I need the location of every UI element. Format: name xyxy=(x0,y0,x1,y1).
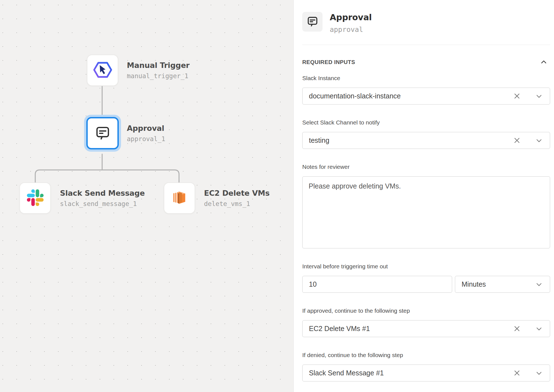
node-id: approval_1 xyxy=(127,135,165,142)
section-collapse-button[interactable] xyxy=(540,58,548,66)
manual-trigger-node-box[interactable] xyxy=(87,55,118,86)
approval-node-box[interactable] xyxy=(86,117,119,149)
ec2-cube-icon xyxy=(171,189,188,207)
approved-step-select[interactable]: EC2 Delete VMs #1 xyxy=(302,320,550,337)
node-title: Slack Send Message xyxy=(60,189,145,197)
node-id: delete_vms_1 xyxy=(204,200,270,207)
chevron-down-icon[interactable] xyxy=(534,91,544,101)
panel-header: Approval approval xyxy=(302,0,550,45)
chevron-up-icon xyxy=(540,58,547,66)
slack-instance-value: documentation-slack-instance xyxy=(309,92,512,100)
node-title: Approval xyxy=(127,124,165,133)
workflow-canvas[interactable]: Manual Trigger manual_trigger_1 Approval… xyxy=(0,0,293,392)
approved-step-value: EC2 Delete VMs #1 xyxy=(309,325,512,333)
node-slack-send-message[interactable]: Slack Send Message slack_send_message_1 xyxy=(19,182,145,214)
ec2-node-box[interactable] xyxy=(164,182,195,214)
approval-chat-bubble-icon xyxy=(95,125,110,142)
denied-step-value: Slack Send Message #1 xyxy=(309,369,512,377)
slack-instance-select[interactable]: documentation-slack-instance xyxy=(302,88,550,105)
panel-title: Approval xyxy=(330,12,372,22)
approval-chat-bubble-icon xyxy=(307,16,318,28)
denied-step-label: If denied, continue to the following ste… xyxy=(302,352,550,358)
panel-header-icon-box xyxy=(302,12,323,32)
selected-node-halo xyxy=(84,115,121,152)
chevron-down-icon[interactable] xyxy=(534,280,544,289)
step-config-panel: Approval approval REQUIRED INPUTS Slack … xyxy=(293,0,554,392)
notes-textarea[interactable]: Please approve deleting VMs. xyxy=(302,176,550,248)
slack-node-box[interactable] xyxy=(19,182,51,214)
clear-x-icon[interactable] xyxy=(512,368,522,378)
node-ec2-delete-vms[interactable]: EC2 Delete VMs delete_vms_1 xyxy=(164,182,270,214)
slack-channel-value: testing xyxy=(309,136,512,144)
node-title: Manual Trigger xyxy=(127,61,190,70)
node-manual-trigger[interactable]: Manual Trigger manual_trigger_1 xyxy=(87,55,190,86)
interval-unit-value: Minutes xyxy=(462,280,534,288)
panel-subtitle: approval xyxy=(330,26,372,34)
section-title-required-inputs: REQUIRED INPUTS xyxy=(302,59,355,65)
node-approval[interactable]: Approval approval_1 xyxy=(84,115,165,152)
interval-unit-select[interactable]: Minutes xyxy=(455,276,550,293)
interval-label: Interval before triggering time out xyxy=(302,263,550,270)
node-id: slack_send_message_1 xyxy=(60,200,145,207)
interval-value-input[interactable]: 10 xyxy=(302,276,452,293)
node-id: manual_trigger_1 xyxy=(127,72,190,80)
approved-step-label: If approved, continue to the following s… xyxy=(302,307,550,314)
node-title: EC2 Delete VMs xyxy=(204,189,270,197)
slack-channel-select[interactable]: testing xyxy=(302,132,550,149)
clear-x-icon[interactable] xyxy=(512,324,522,334)
chevron-down-icon[interactable] xyxy=(534,368,544,378)
slack-logo-icon xyxy=(27,189,44,207)
chevron-down-icon[interactable] xyxy=(534,324,544,334)
clear-x-icon[interactable] xyxy=(512,91,522,101)
clear-x-icon[interactable] xyxy=(512,136,522,145)
chevron-down-icon[interactable] xyxy=(534,136,544,145)
manual-trigger-hexagon-cursor-icon xyxy=(93,61,112,80)
notes-label: Notes for reviewer xyxy=(302,164,550,170)
denied-step-select[interactable]: Slack Send Message #1 xyxy=(302,365,550,381)
slack-instance-label: Slack Instance xyxy=(302,75,550,82)
slack-channel-label: Select Slack Channel to notify xyxy=(302,119,550,126)
